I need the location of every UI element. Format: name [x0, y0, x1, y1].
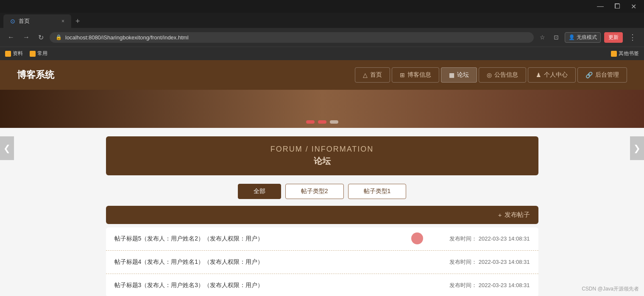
post-label: 发布帖子 [505, 211, 530, 219]
forum-container: FORUM / INFORMATION 论坛 全部 帖子类型2 帖子类型1 + … [106, 128, 538, 296]
nav-forum-label: 论坛 [457, 71, 469, 79]
nav-personal[interactable]: ♟ 个人中心 [528, 67, 576, 83]
post-title-3: 帖子标题3（发布人：用户姓名3）（发布人权限：用户） [114, 282, 264, 289]
tab-close-icon[interactable]: × [61, 18, 64, 24]
nav-admin-label: 后台管理 [595, 71, 619, 79]
post-title-5: 帖子标题5（发布人：用户姓名2）（发布人权限：用户） [114, 235, 264, 243]
url-text: localhost:8080/iSharingbokexitong/front/… [65, 34, 189, 41]
forum-header-box: FORUM / INFORMATION 论坛 [106, 136, 538, 175]
refresh-button[interactable]: ↻ [36, 32, 46, 43]
bookmark-item-ziliao[interactable]: 资料 [5, 50, 23, 57]
tab-favicon: ⊙ [10, 18, 15, 25]
post-item[interactable]: 帖子标题4（发布人：用户姓名1）（发布人权限：用户） 发布时间： 2022-03… [106, 251, 538, 274]
blog-icon: ⊞ [400, 72, 405, 78]
csdn-watermark: CSDN @Java开源领先者 [582, 285, 639, 293]
nav-admin[interactable]: 🔗 后台管理 [577, 67, 627, 83]
new-tab-button[interactable]: + [71, 14, 84, 28]
profile-icon: 👤 [569, 34, 575, 40]
back-button[interactable]: ← [5, 32, 17, 43]
post-time-5: 发布时间： 2022-03-23 14:08:31 [449, 235, 530, 243]
post-cursor [411, 232, 423, 244]
post-time-3: 发布时间： 2022-03-23 14:08:31 [449, 282, 530, 289]
forum-filter: 全部 帖子类型2 帖子类型1 [106, 184, 538, 199]
time-value-2: 2022-03-23 14:08:31 [479, 259, 530, 265]
site-logo: 博客系统 [17, 69, 54, 81]
nav-blog-label: 博客信息 [407, 71, 431, 79]
post-time-4: 发布时间： 2022-03-23 14:08:31 [449, 258, 530, 266]
post-title-4: 帖子标题4（发布人：用户姓名1）（发布人权限：用户） [114, 258, 264, 266]
nav-notice-label: 公告信息 [494, 71, 518, 79]
close-window-button[interactable]: ✕ [627, 2, 641, 11]
bookmark-item-changyong[interactable]: 常用 [30, 50, 47, 57]
post-item[interactable]: 帖子标题5（发布人：用户姓名2）（发布人权限：用户） 发布时间： 2022-03… [106, 227, 538, 251]
lock-icon: 🔒 [56, 34, 62, 40]
nav-blog-info[interactable]: ⊞ 博客信息 [392, 67, 439, 83]
minimize-button[interactable]: — [593, 2, 608, 11]
filter-type1[interactable]: 帖子类型1 [348, 184, 407, 199]
plus-icon: + [498, 211, 502, 219]
nav-notice[interactable]: ◎ 公告信息 [479, 67, 526, 83]
home-icon: △ [363, 72, 368, 78]
time-label-3: 发布时间： [449, 282, 477, 288]
forum-icon: ▦ [449, 72, 454, 78]
admin-icon: 🔗 [585, 72, 593, 78]
screenshot-button[interactable]: ⊡ [551, 32, 561, 42]
bookmark-label-2: 常用 [37, 50, 47, 57]
address-bar[interactable]: 🔒 localhost:8080/iSharingbokexitong/fron… [50, 32, 534, 43]
nav-personal-label: 个人中心 [544, 71, 568, 79]
filter-all[interactable]: 全部 [238, 184, 281, 199]
maximize-button[interactable]: ⧠ [610, 2, 625, 11]
profile-button[interactable]: 👤 无痕模式 [565, 32, 601, 43]
time-value-3: 2022-03-23 14:08:31 [479, 282, 530, 288]
other-bookmarks-label: 其他书签 [619, 50, 639, 57]
bookmark-folder-icon-3 [611, 51, 617, 57]
post-item[interactable]: 帖子标题3（发布人：用户姓名3）（发布人权限：用户） 发布时间： 2022-03… [106, 274, 538, 296]
nav-forum[interactable]: ▦ 论坛 [441, 67, 477, 83]
main-content: FORUM / INFORMATION 论坛 全部 帖子类型2 帖子类型1 + … [0, 128, 644, 296]
forward-button[interactable]: → [20, 32, 32, 43]
time-label-2: 发布时间： [449, 259, 477, 265]
post-list: 帖子标题5（发布人：用户姓名2）（发布人权限：用户） 发布时间： 2022-03… [106, 227, 538, 296]
browser-tab[interactable]: ⊙ 首页 × [3, 14, 71, 28]
other-bookmarks[interactable]: 其他书签 [611, 50, 639, 57]
notice-icon: ◎ [487, 72, 492, 78]
nav-home[interactable]: △ 首页 [355, 67, 390, 83]
site-header: 博客系统 △ 首页 ⊞ 博客信息 ▦ 论坛 ◎ 公告信息 ♟ 个人中心 [0, 60, 644, 90]
time-label: 发布时间： [449, 235, 477, 242]
filter-type2[interactable]: 帖子类型2 [285, 184, 344, 199]
hero-dot-3[interactable] [330, 120, 338, 124]
nav-home-label: 首页 [370, 71, 382, 79]
hero-dots [306, 120, 338, 124]
tab-title: 首页 [19, 17, 30, 25]
post-button[interactable]: + 发布帖子 [498, 211, 530, 219]
more-button[interactable]: ⋮ [626, 31, 639, 44]
forum-actions-bar: + 发布帖子 [106, 206, 538, 224]
left-arrow[interactable]: ❮ [0, 136, 14, 160]
time-value: 2022-03-23 14:08:31 [479, 235, 530, 242]
bookmark-folder-icon-2 [30, 51, 36, 57]
hero-banner [0, 90, 644, 128]
no-distract-label: 无痕模式 [577, 34, 597, 41]
site-nav: △ 首页 ⊞ 博客信息 ▦ 论坛 ◎ 公告信息 ♟ 个人中心 🔗 后台管理 [355, 67, 627, 83]
personal-icon: ♟ [536, 72, 541, 78]
bookmark-label: 资料 [13, 50, 23, 57]
forum-subtitle: 论坛 [114, 155, 530, 167]
bookmark-star-button[interactable]: ☆ [537, 32, 548, 42]
bookmark-folder-icon [5, 51, 11, 57]
update-button[interactable]: 更新 [604, 32, 623, 43]
hero-dot-2[interactable] [318, 120, 326, 124]
right-arrow[interactable]: ❯ [630, 136, 644, 160]
hero-dot-1[interactable] [306, 120, 315, 124]
forum-title: FORUM / INFORMATION [114, 145, 530, 154]
